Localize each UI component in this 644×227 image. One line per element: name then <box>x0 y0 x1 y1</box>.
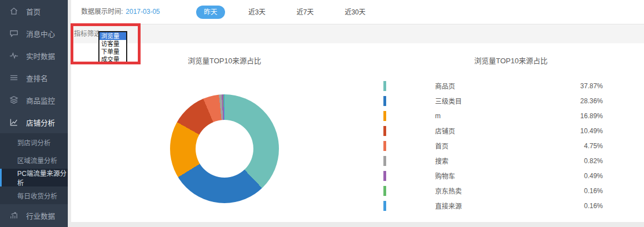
legend-color-bar <box>383 96 386 106</box>
range-button[interactable]: 近30天 <box>337 6 373 19</box>
legend-color-bar <box>383 81 386 91</box>
line-chart-icon <box>9 117 19 127</box>
legend-label: 三级类目 <box>435 96 574 105</box>
legend-color-bar <box>383 186 386 196</box>
sidebar-item-label: 消息中心 <box>26 28 55 39</box>
donut-hole <box>196 120 253 178</box>
date-range-group: 昨天近3天近7天近30天 <box>196 6 389 19</box>
legend-item: 搜索0.82% <box>378 153 644 168</box>
toolbar: 数据展示时间:2017-03-05 昨天近3天近7天近30天 <box>71 0 644 24</box>
sidebar-item-label: 商品监控 <box>26 95 55 105</box>
layers-icon <box>9 95 19 105</box>
date-display: 数据展示时间:2017-03-05 <box>81 0 160 24</box>
donut-chart <box>170 94 279 203</box>
filter-bar: 指标筛选: 浏览量访客量下单量成交量 <box>71 24 644 43</box>
legend-value: 10.49% <box>574 127 603 135</box>
legend-panel: 浏览量TOP10来源占比 商品页37.87%三级类目28.36%m16.89%店… <box>378 43 644 222</box>
legend-label: 直接来源 <box>435 201 574 210</box>
sidebar-submenu-shop-analysis: 到店词分析区域流量分析PC端流量来源分析每日收货分析 <box>0 133 68 204</box>
annotation-red-box <box>71 23 141 64</box>
legend-item: 三级类目28.36% <box>378 93 644 108</box>
legend-color-bar <box>383 201 386 211</box>
legend-item: 直接来源0.16% <box>378 198 644 213</box>
home-icon <box>9 6 19 16</box>
legend-color-bar <box>383 156 386 166</box>
sidebar-item-rank-check[interactable]: 查排名 <box>0 67 68 89</box>
legend-label: m <box>435 112 574 120</box>
legend-label: 首页 <box>435 141 574 150</box>
legend-label: 京东热卖 <box>435 186 574 195</box>
legend-value: 0.49% <box>574 172 603 180</box>
sidebar-item-shop-analysis[interactable]: 店铺分析 <box>0 111 68 133</box>
charts-area: 浏览量TOP10来源占比 浏览量TOP10来源占比 商品页37.87%三级类目2… <box>71 43 644 222</box>
legend-item: 首页4.75% <box>378 138 644 153</box>
sidebar-item-realtime-data[interactable]: 实时数据 <box>0 44 68 67</box>
legend-title: 浏览量TOP10来源占比 <box>378 43 644 65</box>
date-label: 数据展示时间: <box>81 8 123 16</box>
sidebar-item-label: 店铺分析 <box>26 117 55 128</box>
main-content: 数据展示时间:2017-03-05 昨天近3天近7天近30天 指标筛选: 浏览量… <box>71 0 644 222</box>
sidebar: 首页消息中心实时数据查排名商品监控店铺分析到店词分析区域流量分析PC端流量来源分… <box>0 0 68 227</box>
donut-panel: 浏览量TOP10来源占比 <box>71 43 378 222</box>
range-button[interactable]: 昨天 <box>196 6 225 19</box>
page: 首页消息中心实时数据查排名商品监控店铺分析到店词分析区域流量分析PC端流量来源分… <box>0 0 644 227</box>
sidebar-item-label: 行业数据 <box>26 210 55 221</box>
legend-label: 店铺页 <box>435 126 574 135</box>
legend-item: m16.89% <box>378 108 644 123</box>
sidebar-subitem-region-traffic-analysis[interactable]: 区域流量分析 <box>0 151 68 169</box>
legend-value: 16.89% <box>574 112 603 120</box>
sidebar-item-label: 首页 <box>26 6 41 17</box>
legend-color-bar <box>383 126 386 136</box>
pulse-icon <box>9 51 19 60</box>
sidebar-item-product-monitor[interactable]: 商品监控 <box>0 89 68 111</box>
legend-value: 0.82% <box>574 157 603 165</box>
sidebar-item-industry-data[interactable]: 行业数据 <box>0 204 68 226</box>
legend-value: 37.87% <box>574 82 603 90</box>
legend-value: 4.75% <box>574 142 603 150</box>
sidebar-item-home[interactable]: 首页 <box>0 0 68 22</box>
date-value-link[interactable]: 2017-03-05 <box>126 8 159 16</box>
sidebar-nav: 首页消息中心实时数据查排名商品监控店铺分析到店词分析区域流量分析PC端流量来源分… <box>0 0 68 226</box>
bar-chart-icon <box>9 210 19 220</box>
sidebar-subitem-pc-traffic-source-analysis[interactable]: PC端流量来源分析 <box>0 169 68 186</box>
legend-label: 搜索 <box>435 156 574 165</box>
range-button[interactable]: 近7天 <box>289 6 322 19</box>
sidebar-item-label: 查排名 <box>26 73 48 83</box>
legend-value: 0.16% <box>574 202 603 210</box>
legend-list: 商品页37.87%三级类目28.36%m16.89%店铺页10.49%首页4.7… <box>378 78 644 213</box>
chat-icon <box>9 28 19 38</box>
sidebar-subitem-daily-receipt-analysis[interactable]: 每日收货分析 <box>0 186 68 204</box>
legend-item: 京东热卖0.16% <box>378 183 644 198</box>
legend-color-bar <box>383 171 386 181</box>
legend-value: 0.16% <box>574 187 603 195</box>
range-button[interactable]: 近3天 <box>241 6 273 19</box>
legend-item: 店铺页10.49% <box>378 123 644 138</box>
sidebar-item-label: 实时数据 <box>26 51 55 61</box>
legend-label: 购物车 <box>435 171 574 180</box>
legend-label: 商品页 <box>435 81 574 90</box>
legend-color-bar <box>383 141 386 151</box>
legend-item: 商品页37.87% <box>378 78 644 93</box>
legend-value: 28.36% <box>574 97 603 105</box>
sidebar-subitem-store-word-analysis[interactable]: 到店词分析 <box>0 133 68 151</box>
sidebar-item-message-center[interactable]: 消息中心 <box>0 22 68 44</box>
list-icon <box>9 73 19 83</box>
legend-item: 购物车0.49% <box>378 168 644 183</box>
legend-color-bar <box>383 111 386 121</box>
